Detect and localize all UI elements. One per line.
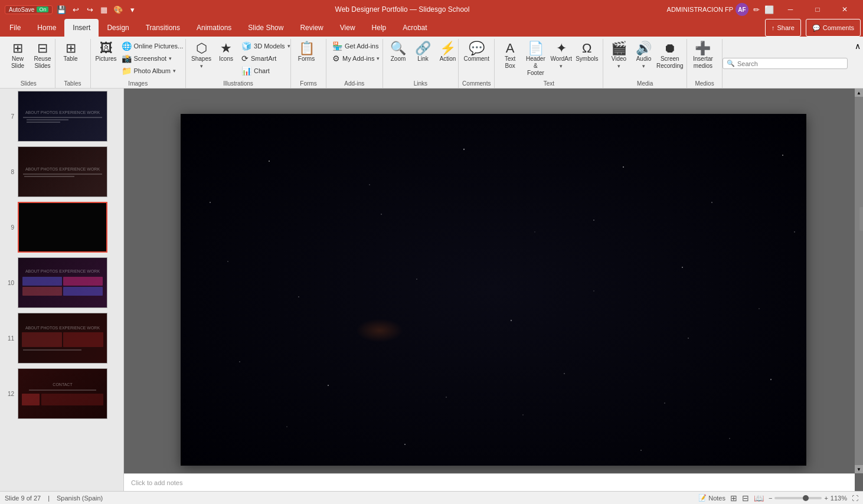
reuse-slides-button[interactable]: ⊟ ReuseSlides: [31, 40, 54, 71]
zoom-button[interactable]: 🔍 Zoom: [387, 40, 410, 64]
tab-file[interactable]: File: [1, 19, 29, 37]
search-input[interactable]: [737, 60, 844, 67]
pictures-button[interactable]: 🖼 Pictures: [94, 40, 118, 64]
text-box-button[interactable]: A TextBox: [498, 40, 522, 71]
symbols-button[interactable]: Ω Symbols: [574, 40, 599, 64]
tab-design[interactable]: Design: [99, 19, 137, 37]
slide-number: 12: [4, 391, 14, 397]
display-icon[interactable]: ⬜: [764, 4, 774, 15]
tab-review[interactable]: Review: [292, 19, 331, 37]
chart-button[interactable]: 📊 Chart: [239, 65, 293, 77]
undo-icon[interactable]: ↩: [70, 4, 81, 15]
link-button[interactable]: 🔗 Link: [411, 40, 435, 64]
tab-slideshow[interactable]: Slide Show: [240, 19, 292, 37]
new-slide-button[interactable]: ⊞ NewSlide: [6, 40, 30, 71]
slide-thumbnail[interactable]: [18, 202, 107, 253]
tab-insert[interactable]: Insert: [64, 19, 99, 37]
maximize-button[interactable]: □: [804, 0, 831, 19]
smartart-button[interactable]: ⟳ SmartArt: [239, 53, 293, 64]
notes-button[interactable]: 📝 Notes: [698, 494, 725, 502]
svg-point-22: [522, 414, 523, 415]
vertical-scrollbar[interactable]: ▲ ▼: [855, 89, 863, 473]
slide-thumbnail[interactable]: ABOUT PHOTOS EXPERIENCE WORK: [18, 313, 107, 364]
slide-item[interactable]: 11 ABOUT PHOTOS EXPERIENCE WORK: [0, 310, 123, 366]
slide-panel[interactable]: 7 ABOUT PHOTOS EXPERIENCE WORK 8 A: [0, 89, 124, 491]
tab-animations[interactable]: Animations: [188, 19, 240, 37]
header-footer-icon: 📄: [528, 42, 544, 55]
shapes-button[interactable]: ⬡ Shapes ▾: [189, 40, 213, 71]
autosave-badge[interactable]: AutoSave On: [5, 5, 53, 14]
video-icon: 🎬: [611, 42, 627, 55]
reading-view-button[interactable]: 📖: [754, 493, 764, 503]
slide-item[interactable]: 12 CONTACT: [0, 366, 123, 421]
svg-point-13: [759, 308, 759, 309]
ribbon-collapse[interactable]: ∧: [852, 39, 863, 88]
comments-group-label: Comments: [461, 79, 492, 88]
insertar-medios-button[interactable]: ➕ Insertarmedios: [691, 40, 715, 71]
slide-thumbnail[interactable]: ABOUT PHOTOS EXPERIENCE WORK: [18, 91, 107, 142]
header-footer-button[interactable]: 📄 Header& Footer: [523, 40, 548, 78]
tab-help[interactable]: Help: [364, 19, 395, 37]
canvas-background: [181, 114, 806, 466]
links-group-label: Links: [385, 79, 456, 88]
zoom-in-button[interactable]: +: [824, 495, 828, 502]
comment-button[interactable]: 💬 Comment: [462, 40, 491, 64]
slide-item[interactable]: 10 ABOUT PHOTOS EXPERIENCE WORK: [0, 255, 123, 310]
ribbon-group-addins: 🏪 Get Add-ins ⚙ My Add-ins ▾ Add-ins: [326, 39, 383, 88]
online-pictures-icon: 🌐: [122, 41, 132, 51]
theme-icon[interactable]: 🎨: [113, 4, 123, 15]
slide-item[interactable]: 9: [0, 199, 123, 255]
redo-icon[interactable]: ↪: [84, 4, 95, 15]
screenshot-button[interactable]: 📸 Screenshot ▾: [119, 53, 186, 64]
forms-button[interactable]: 📋 Forms: [295, 40, 318, 64]
3d-models-button[interactable]: 🧊 3D Models ▾: [239, 40, 293, 52]
zoom-out-button[interactable]: −: [769, 495, 772, 502]
fit-slide-button[interactable]: ⛶: [852, 495, 858, 502]
scroll-thumb-v[interactable]: [859, 207, 863, 231]
pen-icon[interactable]: ✏: [751, 4, 761, 15]
svg-point-12: [682, 267, 683, 268]
get-addins-button[interactable]: 🏪 Get Add-ins: [330, 40, 382, 52]
online-pictures-button[interactable]: 🌐 Online Pictures...: [119, 40, 186, 52]
search-box[interactable]: 🔍: [723, 58, 848, 69]
slide-thumbnail[interactable]: CONTACT: [18, 368, 107, 419]
tab-acrobat[interactable]: Acrobat: [394, 19, 435, 37]
illustrations-group-label: Illustrations: [188, 79, 288, 88]
wordart-button[interactable]: ✦ WordArt ▾: [550, 40, 574, 71]
close-button[interactable]: ✕: [831, 0, 858, 19]
ribbon-group-links: 🔍 Zoom 🔗 Link ⚡ Action Links: [383, 39, 459, 88]
icons-button[interactable]: ★ Icons: [214, 40, 238, 64]
starfield-svg: [181, 114, 806, 466]
normal-view-button[interactable]: ⊞: [730, 493, 737, 503]
tab-home[interactable]: Home: [29, 19, 64, 37]
comments-button[interactable]: 💬 Comments: [806, 19, 861, 37]
svg-point-11: [593, 290, 594, 292]
svg-point-28: [593, 220, 594, 221]
customize-icon[interactable]: ▾: [127, 4, 138, 15]
ribbon-group-comments: 💬 Comment Comments: [459, 39, 495, 88]
notes-area[interactable]: Click to add notes: [124, 473, 855, 491]
my-addins-button[interactable]: ⚙ My Add-ins ▾: [330, 53, 382, 64]
slide-thumbnail[interactable]: ABOUT PHOTOS EXPERIENCE WORK: [18, 257, 107, 308]
scroll-up-button[interactable]: ▲: [855, 89, 863, 97]
tab-view[interactable]: View: [332, 19, 364, 37]
medios-group-label: Medios: [689, 79, 720, 88]
zoom-thumb: [803, 495, 809, 501]
save-icon[interactable]: 💾: [56, 4, 67, 15]
slide-sorter-button[interactable]: ⊟: [742, 493, 749, 503]
zoom-slider[interactable]: [774, 497, 822, 499]
slide-item[interactable]: 8 ABOUT PHOTOS EXPERIENCE WORK: [0, 144, 123, 199]
slide-item[interactable]: 7 ABOUT PHOTOS EXPERIENCE WORK: [0, 89, 123, 144]
tab-transitions[interactable]: Transitions: [138, 19, 188, 37]
table-button[interactable]: ⊞ Table: [59, 40, 83, 64]
video-button[interactable]: 🎬 Video ▾: [607, 40, 630, 71]
photo-album-button[interactable]: 📁 Photo Album ▾: [119, 65, 186, 77]
present-icon[interactable]: ▦: [99, 4, 109, 15]
audio-button[interactable]: 🔊 Audio ▾: [632, 40, 655, 71]
minimize-button[interactable]: ─: [777, 0, 804, 19]
action-button[interactable]: ⚡ Action: [436, 40, 460, 64]
scroll-down-button[interactable]: ▼: [855, 465, 863, 473]
screen-recording-button[interactable]: ⏺ ScreenRecording: [656, 40, 683, 71]
slide-thumbnail[interactable]: ABOUT PHOTOS EXPERIENCE WORK: [18, 146, 107, 197]
share-button[interactable]: ↑ Share: [765, 19, 801, 37]
